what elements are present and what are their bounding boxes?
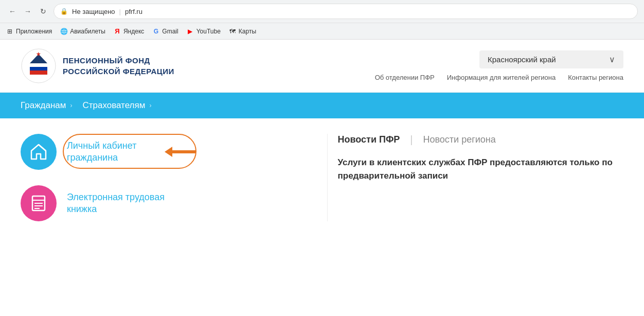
youtube-icon: ▶ (187, 28, 194, 35)
refresh-button[interactable]: ↻ (37, 5, 49, 17)
bookmark-yandex-label: Яндекс (123, 28, 144, 35)
house-icon (29, 143, 48, 161)
svg-rect-7 (30, 63, 47, 67)
region-links: Об отделении ПФР Информация для жителей … (375, 74, 623, 81)
bookmark-aviabilety[interactable]: 🌐 Авиабилеты (60, 28, 105, 35)
site-header: ПЕНСИОННЫЙ ФОНД РОССИЙСКОЙ ФЕДЕРАЦИИ Кра… (0, 40, 644, 93)
region-label: Красноярский край (488, 55, 556, 64)
bookmark-maps[interactable]: 🗺 Карты (229, 28, 256, 35)
book-icon (29, 194, 48, 213)
bookmark-yandex[interactable]: Я Яндекс (114, 28, 144, 35)
bookmark-applications[interactable]: ⊞ Приложения (6, 28, 52, 35)
region-link-info[interactable]: Информация для жителей региона (447, 74, 556, 81)
svg-rect-9 (30, 71, 47, 75)
service-label-cabinet[interactable]: Личный кабинетгражданина (67, 140, 136, 164)
url-text: pfrf.ru (125, 8, 142, 15)
bookmark-applications-label: Приложения (16, 28, 52, 35)
service-item-book: Электронная трудоваякнижка (21, 185, 307, 221)
lock-icon: 🔒 (60, 8, 68, 15)
forward-button[interactable]: → (22, 5, 34, 17)
site-nav: Гражданам › Страхователям › (0, 93, 644, 118)
svg-marker-11 (31, 145, 46, 159)
arrow-container (162, 142, 198, 162)
news-tab-region[interactable]: Новости региона (423, 134, 495, 145)
region-link-contacts[interactable]: Контакты региона (568, 74, 623, 81)
nav-item-insurers[interactable]: Страхователям › (82, 100, 162, 111)
chevron-down-icon: ∨ (609, 55, 615, 64)
logo-text: ПЕНСИОННЫЙ ФОНД РОССИЙСКОЙ ФЕДЕРАЦИИ (63, 55, 174, 77)
service-item-cabinet: Личный кабинетгражданина (21, 134, 307, 170)
nav-chevron-citizens: › (70, 102, 72, 109)
region-selector[interactable]: Красноярский край ∨ (479, 50, 623, 68)
bookmarks-bar: ⊞ Приложения 🌐 Авиабилеты Я Яндекс G Gma… (0, 23, 644, 39)
svg-rect-8 (30, 67, 47, 71)
header-right: Красноярский край ∨ Об отделении ПФР Инф… (195, 50, 623, 81)
back-button[interactable]: ← (6, 5, 19, 17)
cabinet-icon-circle (21, 134, 57, 170)
url-separator: | (119, 8, 121, 15)
browser-toolbar: ← → ↻ 🔒 Не защищено | pfrf.ru (0, 0, 644, 23)
bookmark-gmail-label: Gmail (162, 28, 178, 35)
bookmark-aviabilety-label: Авиабилеты (70, 28, 105, 35)
not-secure-label: Не защищено (72, 8, 115, 15)
oval-container: Личный кабинетгражданина (67, 140, 198, 164)
website: ПЕНСИОННЫЙ ФОНД РОССИЙСКОЙ ФЕДЕРАЦИИ Кра… (0, 40, 644, 237)
logo-area: ПЕНСИОННЫЙ ФОНД РОССИЙСКОЙ ФЕДЕРАЦИИ (21, 48, 174, 84)
service-label-book[interactable]: Электронная трудоваякнижка (67, 191, 165, 216)
news-tab-pfr[interactable]: Новости ПФР (338, 134, 400, 145)
news-header: Новости ПФР | Новости региона (338, 134, 624, 146)
bookmark-youtube-label: YouTube (196, 28, 221, 35)
bookmark-youtube[interactable]: ▶ YouTube (187, 28, 221, 35)
orange-arrow-icon (162, 142, 198, 162)
news-article-title[interactable]: Услуги в клиентских службах ПФР предоста… (338, 156, 624, 182)
main-content: Личный кабинетгражданина (0, 118, 644, 237)
nav-buttons: ← → ↻ (6, 5, 49, 17)
gmail-icon: G (152, 28, 159, 35)
grid-icon: ⊞ (6, 28, 13, 35)
news-separator: | (410, 134, 413, 146)
bookmark-maps-label: Карты (239, 28, 256, 35)
svg-marker-14 (165, 147, 172, 157)
services-column: Личный кабинетгражданина (21, 134, 307, 221)
book-icon-circle (21, 185, 57, 221)
address-bar[interactable]: 🔒 Не защищено | pfrf.ru (53, 4, 638, 19)
bookmark-gmail[interactable]: G Gmail (152, 28, 178, 35)
browser-chrome: ← → ↻ 🔒 Не защищено | pfrf.ru ⊞ Приложен… (0, 0, 644, 40)
nav-item-citizens[interactable]: Гражданам › (21, 100, 82, 111)
yandex-icon: Я (114, 28, 121, 35)
news-column: Новости ПФР | Новости региона Услуги в к… (327, 134, 624, 221)
maps-icon: 🗺 (229, 28, 236, 35)
globe-orange-icon: 🌐 (60, 28, 67, 35)
nav-chevron-insurers: › (149, 102, 151, 109)
region-link-about[interactable]: Об отделении ПФР (375, 74, 435, 81)
pfr-logo (21, 48, 57, 84)
